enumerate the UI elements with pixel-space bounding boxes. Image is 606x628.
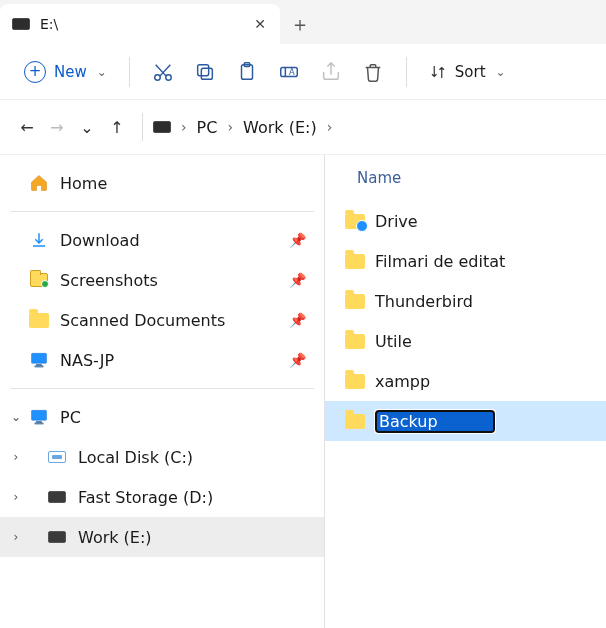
- sidebar-item-screenshots[interactable]: Screenshots 📌: [0, 260, 324, 300]
- sidebar-item-nas[interactable]: NAS-JP 📌: [0, 340, 324, 380]
- synced-folder-icon: [345, 214, 365, 229]
- drive-icon: [46, 446, 68, 468]
- cut-button[interactable]: [142, 52, 184, 92]
- recent-locations-button[interactable]: ⌄: [72, 111, 102, 143]
- breadcrumb-pc[interactable]: PC: [191, 114, 224, 141]
- chevron-right-icon: ›: [327, 119, 333, 135]
- sidebar-label: Download: [60, 231, 140, 250]
- column-header-name[interactable]: Name: [325, 155, 606, 201]
- sort-icon: [429, 63, 447, 81]
- plus-circle-icon: +: [24, 61, 46, 83]
- item-label: Thunderbird: [375, 292, 473, 311]
- svg-rect-10: [35, 366, 43, 367]
- sidebar-label: Local Disk (C:): [78, 448, 193, 467]
- sidebar-item-download[interactable]: Download 📌: [0, 220, 324, 260]
- sidebar-item-home[interactable]: Home: [0, 163, 324, 203]
- folder-icon: [28, 309, 50, 331]
- chevron-right-icon: ›: [181, 119, 187, 135]
- pin-icon: 📌: [289, 312, 306, 328]
- copy-button[interactable]: [184, 52, 226, 92]
- sidebar-item-scanned[interactable]: Scanned Documents 📌: [0, 300, 324, 340]
- tab[interactable]: E:\ ✕: [0, 4, 280, 44]
- breadcrumb-drive[interactable]: Work (E:): [237, 114, 323, 141]
- svg-rect-9: [37, 364, 42, 366]
- sidebar-item-work-e[interactable]: › Work (E:): [0, 517, 324, 557]
- body-split: Home Download 📌 Screenshots 📌 Scanned Do…: [0, 154, 606, 628]
- separator: [142, 113, 143, 141]
- pc-icon: [28, 406, 50, 428]
- svg-rect-13: [35, 423, 43, 424]
- new-button-label: New: [54, 63, 87, 81]
- share-button[interactable]: [310, 52, 352, 92]
- item-label: xampp: [375, 372, 430, 391]
- monitor-icon: [28, 349, 50, 371]
- back-button[interactable]: ←: [12, 111, 42, 143]
- folder-item-filmari[interactable]: Filmari de editat: [325, 241, 606, 281]
- paste-button[interactable]: [226, 52, 268, 92]
- drive-icon: [46, 486, 68, 508]
- folder-icon: [345, 374, 365, 389]
- separator: [406, 57, 407, 87]
- tab-title: E:\: [40, 16, 58, 32]
- home-icon: [28, 172, 50, 194]
- folder-icon: [28, 269, 50, 291]
- folder-icon: [345, 254, 365, 269]
- folder-item-backup[interactable]: [325, 401, 606, 441]
- navigation-bar: ← → ⌄ ↑ › PC › Work (E:) ›: [0, 100, 606, 154]
- item-label: Drive: [375, 212, 418, 231]
- chevron-right-icon[interactable]: ›: [8, 530, 24, 544]
- sidebar-label: Work (E:): [78, 528, 152, 547]
- forward-button[interactable]: →: [42, 111, 72, 143]
- rename-input[interactable]: [375, 410, 495, 433]
- pin-icon: 📌: [289, 232, 306, 248]
- delete-button[interactable]: [352, 52, 394, 92]
- address-bar[interactable]: › PC › Work (E:) ›: [153, 114, 332, 141]
- svg-rect-2: [201, 68, 212, 79]
- chevron-right-icon[interactable]: ›: [8, 450, 24, 464]
- download-icon: [28, 229, 50, 251]
- folder-item-xampp[interactable]: xampp: [325, 361, 606, 401]
- up-button[interactable]: ↑: [102, 111, 132, 143]
- svg-text:A: A: [289, 66, 295, 76]
- sidebar-item-pc[interactable]: ⌄ PC: [0, 397, 324, 437]
- divider: [10, 388, 314, 389]
- folder-icon: [345, 414, 365, 429]
- sidebar-label: Fast Storage (D:): [78, 488, 213, 507]
- file-explorer-window: E:\ ✕ ＋ + New ⌄ A: [0, 0, 606, 628]
- chevron-down-icon[interactable]: ⌄: [8, 410, 24, 424]
- toolbar: + New ⌄ A Sort ⌄: [0, 44, 606, 100]
- navigation-pane[interactable]: Home Download 📌 Screenshots 📌 Scanned Do…: [0, 155, 325, 628]
- folder-item-drive[interactable]: Drive: [325, 201, 606, 241]
- sidebar-label: NAS-JP: [60, 351, 114, 370]
- sidebar-label: Scanned Documents: [60, 311, 225, 330]
- folder-item-thunderbird[interactable]: Thunderbird: [325, 281, 606, 321]
- sidebar-item-fast-storage-d[interactable]: › Fast Storage (D:): [0, 477, 324, 517]
- sidebar-label: Home: [60, 174, 107, 193]
- new-tab-button[interactable]: ＋: [280, 4, 320, 44]
- pin-icon: 📌: [289, 352, 306, 368]
- sidebar-label: PC: [60, 408, 81, 427]
- folder-icon: [345, 294, 365, 309]
- sort-label: Sort: [455, 63, 486, 81]
- chevron-right-icon: ›: [227, 119, 233, 135]
- chevron-down-icon: ⌄: [97, 65, 107, 79]
- sort-button[interactable]: Sort ⌄: [419, 57, 516, 87]
- close-tab-button[interactable]: ✕: [250, 12, 270, 36]
- sidebar-label: Screenshots: [60, 271, 158, 290]
- svg-rect-8: [32, 353, 47, 363]
- drive-icon: [46, 526, 68, 548]
- divider: [10, 211, 314, 212]
- content-pane[interactable]: Name Drive Filmari de editat Thunderbird…: [325, 155, 606, 628]
- svg-rect-12: [37, 421, 42, 423]
- sidebar-item-local-disk-c[interactable]: › Local Disk (C:): [0, 437, 324, 477]
- drive-icon: [12, 18, 30, 30]
- item-label: Utile: [375, 332, 412, 351]
- new-button[interactable]: + New ⌄: [14, 55, 117, 89]
- item-label: Filmari de editat: [375, 252, 505, 271]
- drive-icon: [153, 121, 171, 133]
- folder-item-utile[interactable]: Utile: [325, 321, 606, 361]
- separator: [129, 57, 130, 87]
- chevron-right-icon[interactable]: ›: [8, 490, 24, 504]
- chevron-down-icon: ⌄: [496, 65, 506, 79]
- rename-button[interactable]: A: [268, 52, 310, 92]
